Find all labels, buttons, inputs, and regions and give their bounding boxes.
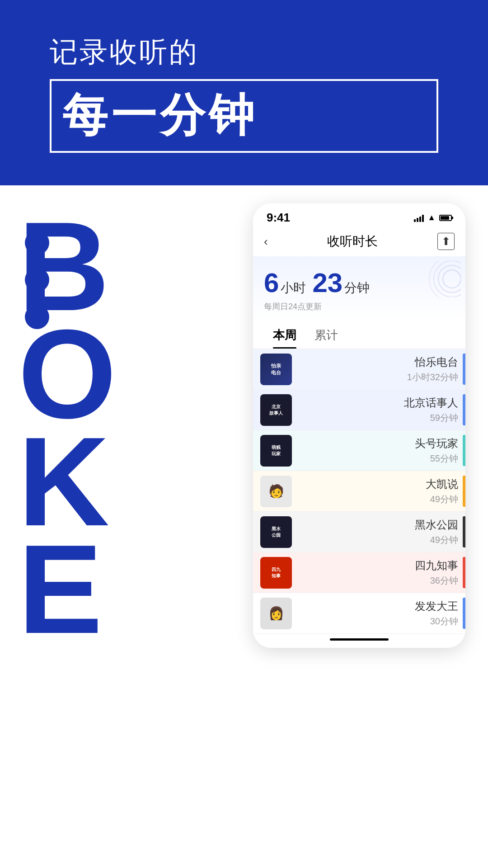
stats-minutes: 23 (312, 267, 343, 298)
dot-3 (25, 305, 49, 329)
podcast-cover-7: 👩 (260, 598, 292, 629)
list-item[interactable]: 北京故事人 北京话事人 59分钟 (253, 390, 465, 430)
main-container: B O K E 9:41 ▲ (0, 185, 488, 868)
battery-icon (439, 215, 452, 221)
podcast-duration-1: 1小时32分钟 (407, 371, 458, 383)
signal-icon (414, 214, 424, 222)
podcast-info-3: 头号玩家 55分钟 (299, 436, 465, 465)
stats-hours-unit: 小时 (281, 279, 306, 297)
svg-point-0 (438, 265, 461, 292)
podcast-info-1: 怡乐电台 1小时32分钟 (299, 355, 465, 383)
cover-label-5: 黑水公园 (270, 524, 282, 540)
cover-avatar-4: 🧑 (268, 484, 284, 499)
hero-title-box: 每一分钟 (50, 79, 438, 153)
podcast-cover-2: 北京故事人 (260, 394, 292, 426)
hero-subtitle: 记录收听的 (50, 33, 438, 71)
phone-mockup: 9:41 ▲ ‹ 收听时长 ⬆ (253, 203, 465, 648)
arc-decoration (407, 261, 461, 297)
list-item[interactable]: 🧑 大凯说 49分钟 (253, 471, 465, 512)
bar-indicator-4 (463, 476, 465, 507)
nav-bar: ‹ 收听时长 ⬆ (253, 228, 465, 256)
share-button[interactable]: ⬆ (437, 233, 455, 250)
dot-1 (25, 231, 49, 255)
bar-indicator-1 (463, 354, 465, 385)
podcast-info-5: 黑水公园 49分钟 (299, 518, 465, 546)
cover-label-1: 怡亲电台 (270, 361, 282, 377)
cover-label-2: 北京故事人 (268, 402, 284, 418)
list-item[interactable]: 👩 发发大王 30分钟 (253, 593, 465, 634)
podcast-name-3: 头号玩家 (415, 436, 458, 451)
stats-update-text: 每周日24点更新 (264, 301, 455, 312)
bar-indicator-3 (463, 435, 465, 466)
page-title: 收听时长 (327, 233, 378, 250)
bg-letter-e: E (18, 535, 112, 643)
list-item[interactable]: 黑水公园 黑水公园 49分钟 (253, 512, 465, 552)
back-button[interactable]: ‹ (264, 235, 268, 249)
home-bar (330, 638, 389, 641)
podcast-cover-6: 四九知事 (260, 557, 292, 589)
stats-section: 6 小时 23 分钟 每周日24点更新 (253, 256, 465, 320)
podcast-duration-2: 59分钟 (430, 412, 458, 424)
cover-label-3: 萌贱玩家 (270, 443, 282, 458)
podcast-cover-1: 怡亲电台 (260, 354, 292, 385)
podcast-list: 怡亲电台 怡乐电台 1小时32分钟 北京故事人 北京话事人 59分钟 (253, 349, 465, 634)
podcast-cover-4: 🧑 (260, 476, 292, 507)
hero-banner: 记录收听的 每一分钟 (0, 0, 488, 185)
podcast-duration-6: 36分钟 (430, 575, 458, 587)
status-bar: 9:41 ▲ (253, 203, 465, 228)
podcast-cover-5: 黑水公园 (260, 516, 292, 548)
list-item[interactable]: 四九知事 四九知事 36分钟 (253, 552, 465, 593)
stats-minutes-unit: 分钟 (344, 279, 370, 297)
podcast-name-5: 黑水公园 (415, 518, 458, 532)
list-item[interactable]: 怡亲电台 怡乐电台 1小时32分钟 (253, 349, 465, 390)
podcast-name-2: 北京话事人 (404, 396, 458, 410)
tab-cumulative[interactable]: 累计 (305, 320, 347, 349)
dot-2 (25, 268, 49, 292)
hero-title: 每一分钟 (62, 85, 426, 146)
stats-hours: 6 (264, 267, 279, 298)
status-time: 9:41 (267, 211, 290, 225)
tabs-bar: 本周 累计 (253, 320, 465, 349)
podcast-info-7: 发发大王 30分钟 (299, 599, 465, 627)
podcast-name-7: 发发大王 (415, 599, 458, 613)
podcast-name-1: 怡乐电台 (415, 355, 458, 369)
bar-indicator-6 (463, 557, 465, 588)
podcast-duration-4: 49分钟 (430, 493, 458, 505)
podcast-info-6: 四九知事 36分钟 (299, 558, 465, 587)
cover-avatar-7: 👩 (268, 606, 284, 621)
podcast-info-4: 大凯说 49分钟 (299, 477, 465, 505)
dots-container (25, 231, 49, 329)
status-icons: ▲ (414, 213, 452, 222)
podcast-name-4: 大凯说 (426, 477, 458, 491)
bar-indicator-5 (463, 516, 465, 547)
podcast-name-6: 四九知事 (415, 558, 458, 573)
podcast-duration-7: 30分钟 (430, 615, 458, 627)
podcast-cover-3: 萌贱玩家 (260, 435, 292, 467)
podcast-info-2: 北京话事人 59分钟 (299, 396, 465, 424)
svg-point-3 (443, 270, 461, 288)
list-item[interactable]: 萌贱玩家 头号玩家 55分钟 (253, 430, 465, 471)
cover-label-6: 四九知事 (270, 565, 282, 580)
podcast-duration-5: 49分钟 (430, 534, 458, 546)
bar-indicator-7 (463, 598, 465, 629)
podcast-duration-3: 55分钟 (430, 453, 458, 465)
battery-shape (439, 215, 452, 221)
wifi-icon: ▲ (427, 213, 436, 222)
home-indicator (253, 634, 465, 648)
tab-this-week[interactable]: 本周 (264, 320, 305, 349)
bar-indicator-2 (463, 394, 465, 425)
